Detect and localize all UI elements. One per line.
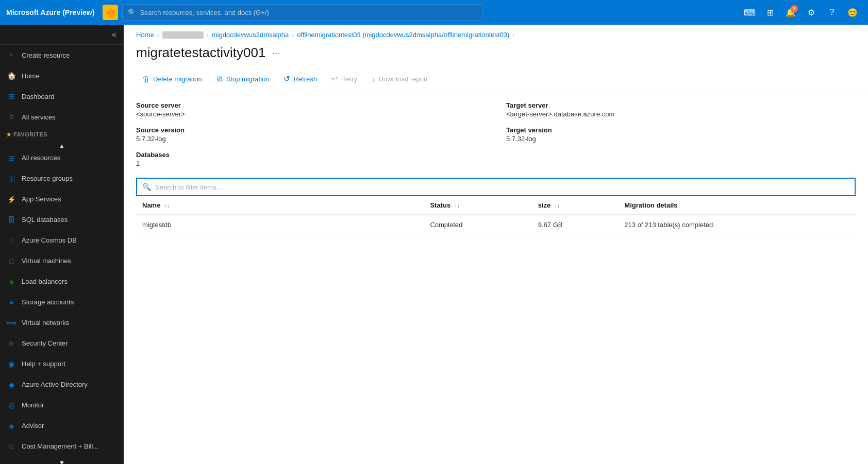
- sidebar-item-resource-groups[interactable]: ◫ Resource groups: [0, 168, 124, 189]
- table-wrap: Name ↑↓ Status ↑↓ size ↑↓ Migration de: [124, 196, 868, 248]
- col-header-size[interactable]: size ↑↓: [532, 196, 619, 215]
- col-header-status[interactable]: Status ↑↓: [424, 196, 531, 215]
- breadcrumb-sep-3: ›: [292, 31, 294, 39]
- sidebar-item-azure-cosmos-db[interactable]: ○ Azure Cosmos DB: [0, 230, 124, 251]
- azure-icon: 🔶: [103, 5, 118, 20]
- target-server-value: <target-server>.database.azure.com: [506, 110, 856, 118]
- sidebar-item-load-balancers[interactable]: ◈ Load balancers: [0, 271, 124, 292]
- source-version-value: 5.7.32-log: [136, 135, 486, 143]
- sidebar-collapse-area: «: [0, 25, 124, 45]
- download-icon: ↓: [372, 75, 376, 83]
- sidebar-label-storage-accounts: Storage accounts: [22, 298, 74, 306]
- directory-button[interactable]: ⊞: [761, 3, 779, 22]
- sidebar-label-all-resources: All resources: [22, 154, 60, 162]
- source-server-group: Source server <source-server>: [136, 101, 486, 118]
- sidebar-label-sql-databases: SQL databases: [22, 216, 68, 224]
- filter-input[interactable]: [155, 183, 849, 191]
- app-services-icon: ⚡: [6, 194, 16, 204]
- settings-button[interactable]: ⚙: [802, 3, 821, 22]
- sidebar-item-help-support[interactable]: ◉ Help + support: [0, 354, 124, 374]
- sidebar-label-app-services: App Services: [22, 195, 61, 203]
- sidebar-item-home[interactable]: 🏠 Home: [0, 65, 124, 86]
- sidebar-label-virtual-machines: Virtual machines: [22, 257, 71, 265]
- page-title: migratetestactivity001: [136, 45, 265, 61]
- sidebar-label-resource-groups: Resource groups: [22, 175, 73, 182]
- azure-active-directory-icon: ◆: [6, 380, 16, 390]
- source-server-label: Source server: [136, 101, 486, 109]
- breadcrumb-home[interactable]: Home: [136, 31, 154, 39]
- sort-icon-size: ↑↓: [555, 203, 560, 209]
- delete-migration-button[interactable]: 🗑 Delete migration: [136, 72, 208, 87]
- sidebar-scroll-up[interactable]: ▲: [0, 140, 124, 148]
- sidebar-scroll-down[interactable]: ▼: [0, 457, 124, 465]
- filter-input-wrap[interactable]: 🔍: [136, 178, 856, 196]
- retry-icon: ↩: [331, 74, 338, 83]
- sidebar-item-all-services[interactable]: ≡ All services: [0, 107, 124, 127]
- sidebar-item-sql-databases[interactable]: 🗄 SQL databases: [0, 210, 124, 230]
- main-layout: « ＋ Create resource 🏠 Home ⊞ Dashboard ≡…: [0, 25, 868, 464]
- sidebar-item-storage-accounts[interactable]: ≡ Storage accounts: [0, 292, 124, 313]
- delete-icon: 🗑: [142, 75, 150, 83]
- more-options-button[interactable]: ···: [272, 47, 280, 59]
- notification-button[interactable]: 🔔 3: [781, 3, 800, 22]
- breadcrumb-level2[interactable]: migdocdevwus2dmsalpha: [212, 31, 289, 39]
- advisor-icon: ◈: [6, 421, 16, 431]
- create-resource-label: Create resource: [22, 51, 70, 59]
- target-server-label: Target server: [506, 101, 856, 109]
- target-version-value: 5.7.32-log: [506, 135, 856, 143]
- source-version-label: Source version: [136, 126, 486, 134]
- sidebar-item-monitor[interactable]: ◎ Monitor: [0, 395, 124, 416]
- breadcrumb-sep-2: ›: [207, 31, 209, 39]
- info-section: Source server <source-server> Target ser…: [124, 91, 868, 178]
- cell-size: 9.87 GB: [532, 215, 619, 235]
- load-balancers-icon: ◈: [6, 277, 16, 287]
- sidebar-label-azure-cosmos-db: Azure Cosmos DB: [22, 236, 77, 244]
- cloud-shell-button[interactable]: ⌨: [740, 3, 759, 22]
- help-icon: ?: [830, 8, 834, 17]
- col-header-name[interactable]: Name ↑↓: [136, 196, 424, 215]
- source-server-value: <source-server>: [136, 110, 486, 118]
- main-content: Home › › migdocdevwus2dmsalpha › offline…: [124, 25, 868, 464]
- global-search[interactable]: 🔍: [122, 4, 483, 21]
- sort-icon-status: ↑↓: [455, 203, 460, 209]
- sidebar-item-create-resource[interactable]: ＋ Create resource: [0, 45, 124, 65]
- col-header-details: Migration details: [618, 196, 856, 215]
- account-icon: 😊: [847, 8, 858, 18]
- download-report-button[interactable]: ↓ Download report: [365, 72, 434, 87]
- refresh-button[interactable]: ↺ Refresh: [277, 71, 323, 87]
- home-label: Home: [22, 72, 40, 80]
- sidebar-item-virtual-networks[interactable]: ⟺ Virtual networks: [0, 313, 124, 333]
- sidebar-item-advisor[interactable]: ◈ Advisor: [0, 416, 124, 436]
- table-row[interactable]: migtestdb Completed 9.87 GB 213 of 213 t…: [136, 215, 856, 235]
- sidebar-collapse-button[interactable]: «: [110, 28, 119, 41]
- sidebar-label-cost-management: Cost Management + Bill...: [22, 442, 98, 450]
- virtual-networks-icon: ⟺: [6, 318, 16, 328]
- breadcrumb-level3[interactable]: offlinemigrationtest03 (migdocdevwus2dms…: [297, 31, 509, 39]
- account-button[interactable]: 😊: [843, 3, 862, 22]
- databases-value: 1: [136, 160, 486, 167]
- target-version-group: Target version 5.7.32-log: [506, 126, 856, 143]
- search-input[interactable]: [140, 9, 477, 16]
- sidebar-label-monitor: Monitor: [22, 401, 44, 409]
- notification-badge: 3: [791, 5, 798, 12]
- sidebar-item-all-resources[interactable]: ⊞ All resources: [0, 148, 124, 168]
- toolbar: 🗑 Delete migration ⊘ Stop migration ↺ Re…: [124, 63, 868, 91]
- retry-button[interactable]: ↩ Retry: [325, 71, 363, 87]
- sidebar-item-security-center[interactable]: ⊕ Security Center: [0, 333, 124, 354]
- sidebar-item-azure-active-directory[interactable]: ◆ Azure Active Directory: [0, 374, 124, 395]
- stop-migration-button[interactable]: ⊘ Stop migration: [210, 71, 276, 87]
- sidebar: « ＋ Create resource 🏠 Home ⊞ Dashboard ≡…: [0, 25, 124, 464]
- table-head: Name ↑↓ Status ↑↓ size ↑↓ Migration de: [136, 196, 856, 215]
- help-button[interactable]: ?: [823, 3, 841, 22]
- sidebar-label-azure-active-directory: Azure Active Directory: [22, 381, 88, 388]
- sidebar-item-cost-management[interactable]: ⊙ Cost Management + Bill...: [0, 436, 124, 457]
- sidebar-item-virtual-machines[interactable]: □ Virtual machines: [0, 251, 124, 271]
- breadcrumb-blurred: [162, 31, 204, 39]
- top-bar: Microsoft Azure (Preview) 🔶 🔍 ⌨ ⊞ 🔔 3 ⚙ …: [0, 0, 868, 25]
- top-bar-actions: ⌨ ⊞ 🔔 3 ⚙ ? 😊: [740, 3, 862, 22]
- sidebar-item-app-services[interactable]: ⚡ App Services: [0, 189, 124, 210]
- sidebar-item-dashboard[interactable]: ⊞ Dashboard: [0, 86, 124, 107]
- cost-management-icon: ⊙: [6, 441, 16, 452]
- breadcrumb-sep-4: ›: [512, 31, 514, 39]
- monitor-icon: ◎: [6, 400, 16, 410]
